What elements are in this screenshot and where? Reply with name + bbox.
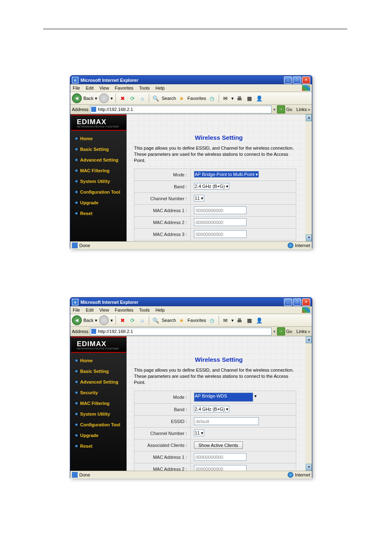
history-icon[interactable]: ◷ — [208, 94, 216, 102]
go-button[interactable]: → — [277, 105, 285, 113]
links-label[interactable]: Links — [296, 107, 307, 112]
menu-favorites[interactable]: Favorites — [115, 308, 133, 312]
menu-tools[interactable]: Tools — [139, 308, 150, 312]
menu-tools[interactable]: Tools — [139, 86, 150, 90]
windows-flag-icon — [302, 307, 310, 313]
windows-flag-icon — [302, 85, 310, 91]
logo: EDIMAX — [77, 340, 106, 348]
mode-select[interactable]: AP Bridge-Point to Multi-Point ▾ — [194, 171, 259, 178]
mail-icon[interactable]: ✉ — [221, 316, 230, 324]
mac2-input[interactable] — [194, 218, 247, 226]
address-input[interactable]: http://192.168.2.1 — [90, 328, 271, 335]
sidebar-item-system[interactable]: System Utility — [70, 409, 127, 419]
menu-help[interactable]: Help — [155, 308, 165, 312]
sidebar-item-system[interactable]: System Utility — [70, 176, 127, 187]
refresh-icon[interactable]: ⟳ — [128, 94, 136, 102]
maximize-button[interactable]: □ — [293, 76, 301, 84]
mac1-input[interactable] — [194, 206, 247, 214]
sidebar-item-upgrade[interactable]: Upgrade — [70, 430, 127, 441]
search-label[interactable]: Search — [161, 318, 176, 323]
menu-help[interactable]: Help — [155, 86, 165, 90]
forward-button[interactable] — [99, 93, 109, 103]
band-select[interactable]: 2.4 GHz (B+G) ▾ — [194, 183, 229, 190]
channel-select[interactable]: 11 ▾ — [194, 430, 204, 436]
scrollbar[interactable]: ▴▾ — [306, 114, 312, 241]
favorites-label[interactable]: Favorites — [187, 96, 206, 101]
menu-view[interactable]: View — [99, 308, 109, 312]
sidebar-item-config[interactable]: Configuration Tool — [70, 419, 127, 430]
sidebar-item-advanced[interactable]: Advanced Setting — [70, 155, 127, 165]
search-icon[interactable]: 🔍 — [152, 316, 160, 324]
messenger-icon[interactable]: 👤 — [255, 94, 263, 102]
close-button[interactable]: × — [302, 76, 310, 84]
logo-subtitle: NETWORKING PEOPLE TOGETHER — [77, 125, 119, 128]
stop-icon[interactable]: ✖ — [118, 94, 127, 102]
stop-icon[interactable]: ✖ — [118, 316, 127, 324]
history-icon[interactable]: ◷ — [208, 316, 216, 324]
browser-window-1: e Microsoft Internet Explorer _ □ × File… — [70, 75, 312, 249]
menu-view[interactable]: View — [99, 86, 109, 90]
mac2-input[interactable] — [194, 465, 247, 471]
back-button[interactable]: ◄ — [72, 315, 82, 325]
sidebar-item-basic[interactable]: Basic Setting — [70, 366, 127, 377]
menubar: File Edit View Favorites Tools Help — [70, 306, 312, 314]
sidebar-item-home[interactable]: Home — [70, 133, 127, 144]
forward-button[interactable] — [99, 315, 109, 325]
status-done: Done — [79, 472, 90, 477]
minimize-button[interactable]: _ — [284, 76, 292, 84]
show-active-clients-button[interactable]: Show Active Clients — [194, 442, 243, 449]
sidebar-item-mac[interactable]: MAC Filtering — [70, 398, 127, 409]
links-label[interactable]: Links — [296, 329, 307, 334]
mac1-label: MAC Address 1 : — [134, 451, 191, 463]
sidebar-item-upgrade[interactable]: Upgrade — [70, 197, 127, 208]
statusbar: Done Internet — [70, 471, 312, 479]
channel-select[interactable]: 11 ▾ — [194, 195, 204, 201]
favorites-icon[interactable]: ★ — [178, 94, 186, 102]
print-icon[interactable]: 🖶 — [235, 94, 244, 102]
edit-icon[interactable]: ▦ — [245, 94, 254, 102]
print-icon[interactable]: 🖶 — [235, 316, 244, 324]
band-select[interactable]: 2.4 GHz (B+G) ▾ — [194, 406, 229, 412]
search-label[interactable]: Search — [161, 96, 176, 101]
home-icon[interactable]: ⌂ — [138, 94, 146, 102]
page-description: This page allows you to define ESSID, an… — [134, 145, 304, 164]
go-button[interactable]: → — [277, 327, 285, 335]
home-icon[interactable]: ⌂ — [138, 316, 146, 324]
maximize-button[interactable]: □ — [293, 298, 301, 306]
back-button[interactable]: ◄ — [72, 93, 82, 103]
menu-file[interactable]: File — [73, 308, 80, 312]
refresh-icon[interactable]: ⟳ — [128, 316, 136, 324]
sidebar-item-security[interactable]: Security — [70, 387, 127, 398]
address-bar: Address http://192.168.2.1 ▾ → Go Links … — [70, 327, 312, 336]
minimize-button[interactable]: _ — [284, 298, 292, 306]
essid-input[interactable] — [194, 417, 259, 425]
page-title: Wireless Setting — [134, 356, 304, 363]
menu-edit[interactable]: Edit — [86, 308, 94, 312]
sidebar-item-reset[interactable]: Reset — [70, 208, 127, 219]
sidebar-item-mac[interactable]: MAC Filtering — [70, 165, 127, 176]
messenger-icon[interactable]: 👤 — [255, 316, 263, 324]
address-input[interactable]: http://192.168.2.1 — [90, 106, 271, 113]
menubar: File Edit View Favorites Tools Help — [70, 84, 312, 92]
mac1-input[interactable] — [194, 453, 247, 461]
menu-file[interactable]: File — [73, 86, 80, 90]
menu-favorites[interactable]: Favorites — [115, 86, 133, 90]
scrollbar[interactable]: ▴▾ — [306, 336, 312, 471]
sidebar-item-basic[interactable]: Basic Setting — [70, 144, 127, 155]
sidebar-item-config[interactable]: Configuration Tool — [70, 187, 127, 197]
page-description: This page allows you to define ESSID, an… — [134, 367, 304, 386]
mode-label: Mode : — [134, 169, 191, 180]
sidebar-item-advanced[interactable]: Advanced Setting — [70, 377, 127, 387]
close-button[interactable]: × — [302, 298, 310, 306]
sidebar-item-reset[interactable]: Reset — [70, 441, 127, 451]
favorites-icon[interactable]: ★ — [178, 316, 186, 324]
edit-icon[interactable]: ▦ — [245, 316, 254, 324]
mac3-input[interactable] — [194, 230, 247, 238]
mode-select[interactable]: AP Bridge-WDS — [194, 393, 253, 402]
mail-icon[interactable]: ✉ — [221, 94, 230, 102]
menu-edit[interactable]: Edit — [86, 86, 94, 90]
favorites-label[interactable]: Favorites — [187, 318, 206, 323]
search-icon[interactable]: 🔍 — [152, 94, 160, 102]
toolbar: ◄ Back▾ ▾ ✖ ⟳ ⌂ 🔍 Search ★ Favorites ◷ ✉… — [70, 314, 312, 327]
sidebar-item-home[interactable]: Home — [70, 355, 127, 366]
